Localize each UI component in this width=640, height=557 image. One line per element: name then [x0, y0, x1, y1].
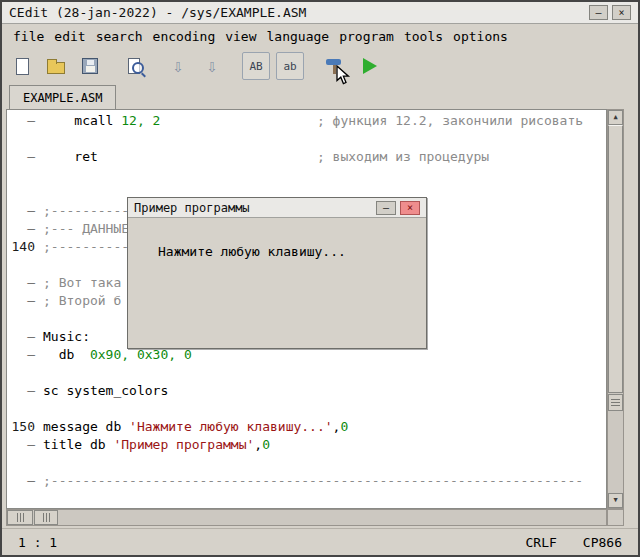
menu-item-tools[interactable]: tools — [399, 27, 448, 46]
code-token: ;---------- — [43, 239, 129, 254]
editor-row: –title db 'Пример программы',0 — [7, 436, 606, 454]
editor-row: –;--------------------------------------… — [7, 472, 606, 490]
vertical-scrollbar[interactable]: ▲ ▼ — [607, 109, 624, 509]
code-token: ; Вот така — [43, 275, 121, 290]
toolbar-separator — [310, 48, 314, 84]
uppercase-label: AB — [249, 60, 262, 73]
code-token: Music: — [43, 329, 90, 344]
vertical-scroll-grip[interactable] — [608, 394, 623, 411]
dialog-title: Пример программы — [134, 201, 250, 215]
code-token: 0x90, 0x30, 0 — [90, 347, 192, 362]
editor-row: 150message db 'Нажмите любую клавишу...'… — [7, 418, 606, 436]
gutter-marker: – — [7, 112, 43, 130]
toolbar: ⇩ ⇩ AB ab — [2, 48, 638, 84]
tab-label: EXAMPLE.ASM — [23, 91, 102, 105]
line-ending-indicator: CRLF — [518, 533, 565, 552]
editor-row — [7, 454, 606, 472]
new-file-button[interactable] — [8, 52, 36, 80]
editor-row: –sc system_colors — [7, 382, 606, 400]
uppercase-button[interactable]: AB — [242, 52, 270, 80]
message-dialog: Пример программы – × Нажмите любую клави… — [127, 197, 427, 349]
editor-row — [7, 166, 606, 184]
line-number: 140 — [7, 238, 43, 256]
tab-example-asm[interactable]: EXAMPLE.ASM — [9, 85, 116, 109]
cursor-position: 1 : 1 — [10, 533, 65, 552]
tab-bar: EXAMPLE.ASM — [6, 84, 617, 109]
gutter-marker: – — [7, 220, 43, 238]
horizontal-scrollbar[interactable] — [6, 509, 607, 526]
code-token: mcall — [43, 113, 121, 128]
menu-bar: fileeditsearchencodingviewlanguageprogra… — [2, 25, 638, 48]
menu-item-view[interactable]: view — [220, 27, 261, 46]
window-controls: – × — [589, 5, 631, 20]
open-folder-icon — [47, 62, 65, 74]
toolbar-separator — [110, 48, 114, 84]
code-token: ret — [43, 149, 317, 164]
gutter-marker: – — [7, 274, 43, 292]
menu-item-options[interactable]: options — [448, 27, 513, 46]
code-token: title db — [43, 437, 113, 452]
goto-next-button[interactable]: ⇩ — [198, 52, 226, 80]
vertical-scroll-thumb[interactable] — [608, 125, 623, 393]
horizontal-scroll-thumb[interactable] — [34, 510, 58, 525]
arrow-down-icon: ⇩ — [173, 57, 184, 75]
horizontal-scroll-button[interactable] — [7, 510, 33, 525]
close-button[interactable]: × — [612, 5, 631, 20]
mouse-cursor — [336, 65, 351, 86]
save-floppy-icon — [82, 58, 98, 74]
arrow-down-icon: ⇩ — [207, 57, 218, 75]
editor-row: — ret ; выходим из процедуры — [7, 148, 606, 166]
menu-item-encoding[interactable]: encoding — [148, 27, 221, 46]
window-title: CEdit (28-jan-2022) - /sys/EXAMPLE.ASM — [9, 5, 306, 20]
save-button[interactable] — [76, 52, 104, 80]
goto-prev-button[interactable]: ⇩ — [164, 52, 192, 80]
editor-row — [7, 130, 606, 148]
gutter-marker: – — [7, 292, 43, 310]
toolbar-separator — [154, 48, 158, 84]
toolbar-separator — [232, 48, 236, 84]
code-token: ;---------- — [43, 203, 129, 218]
menu-item-program[interactable]: program — [334, 27, 399, 46]
editor-row — [7, 400, 606, 418]
encoding-indicator: CP866 — [575, 533, 630, 552]
code-token: 0 — [340, 419, 348, 434]
code-token: message db — [43, 419, 129, 434]
code-token: , — [254, 437, 262, 452]
code-token: 'Нажмите любую клавишу...' — [129, 419, 333, 434]
code-token: sc system_colors — [43, 383, 168, 398]
scroll-down-button[interactable]: ▼ — [608, 493, 623, 508]
dialog-message: Нажмите любую клавишу... — [128, 218, 426, 259]
code-token: ; выходим из процедуры — [317, 149, 489, 164]
search-icon — [128, 58, 140, 74]
run-button[interactable] — [354, 52, 382, 80]
menu-item-edit[interactable]: edit — [49, 27, 90, 46]
menu-item-language[interactable]: language — [262, 27, 335, 46]
play-icon — [363, 58, 377, 74]
menu-item-file[interactable]: file — [8, 27, 49, 46]
line-number: 150 — [7, 418, 43, 436]
search-button[interactable] — [120, 52, 148, 80]
code-token: ;---------------------------------------… — [43, 473, 583, 488]
minimize-button[interactable]: – — [589, 5, 608, 20]
scrollbar-corner — [607, 509, 624, 526]
new-file-icon — [16, 58, 29, 75]
dialog-close-button[interactable]: × — [400, 201, 420, 215]
gutter-marker: – — [7, 346, 43, 364]
gutter-marker: – — [7, 472, 43, 490]
code-token: ; функция 12.2, закончили рисовать — [317, 113, 583, 128]
gutter-marker: — — [7, 148, 43, 166]
lowercase-button[interactable]: ab — [276, 52, 304, 80]
dialog-minimize-button[interactable]: – — [376, 201, 396, 215]
code-token: 12, 2 — [121, 113, 160, 128]
code-token: db — [43, 347, 90, 362]
gutter-marker: – — [7, 436, 43, 454]
status-bar: 1 : 1 CRLF CP866 — [2, 528, 638, 555]
gutter-marker: — — [7, 328, 43, 346]
open-file-button[interactable] — [42, 52, 70, 80]
code-token — [160, 113, 317, 128]
dialog-title-bar[interactable]: Пример программы – × — [128, 198, 426, 218]
cedit-window: CEdit (28-jan-2022) - /sys/EXAMPLE.ASM –… — [0, 0, 640, 557]
scroll-up-button[interactable]: ▲ — [608, 110, 623, 125]
menu-item-search[interactable]: search — [91, 27, 148, 46]
editor-row — [7, 490, 606, 508]
